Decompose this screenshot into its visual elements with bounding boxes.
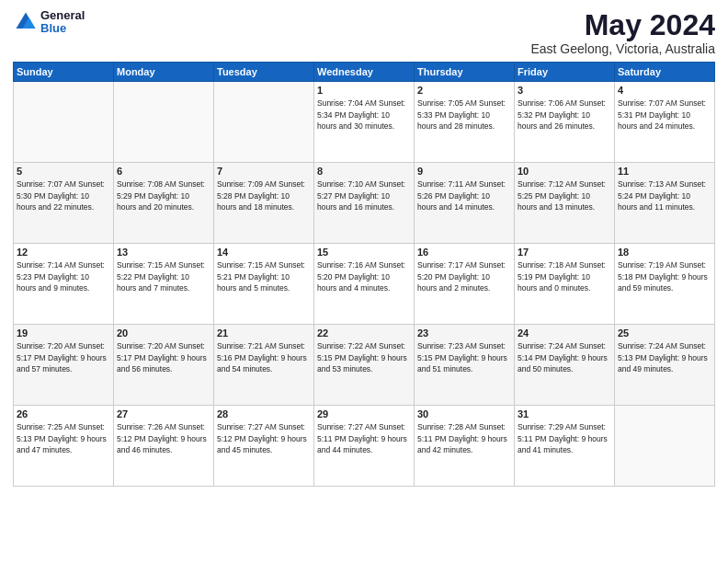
cell-text: Sunrise: 7:09 AM Sunset: 5:28 PM Dayligh… (217, 178, 311, 213)
cell-text: Sunrise: 7:23 AM Sunset: 5:15 PM Dayligh… (417, 340, 511, 374)
day-number: 8 (317, 166, 411, 177)
day-number: 10 (518, 166, 611, 177)
day-number: 4 (618, 85, 711, 96)
calendar-week: 5Sunrise: 7:07 AM Sunset: 5:30 PM Daylig… (14, 163, 715, 244)
calendar-cell: 11Sunrise: 7:13 AM Sunset: 5:24 PM Dayli… (615, 163, 715, 244)
day-number: 2 (417, 85, 511, 96)
cell-text: Sunrise: 7:15 AM Sunset: 5:21 PM Dayligh… (217, 259, 311, 293)
calendar-week: 26Sunrise: 7:25 AM Sunset: 5:13 PM Dayli… (14, 406, 715, 487)
calendar-cell: 19Sunrise: 7:20 AM Sunset: 5:17 PM Dayli… (14, 325, 114, 406)
day-number: 25 (618, 327, 711, 339)
cell-text: Sunrise: 7:10 AM Sunset: 5:27 PM Dayligh… (317, 178, 411, 213)
cell-text: Sunrise: 7:24 AM Sunset: 5:13 PM Dayligh… (618, 340, 711, 374)
calendar-cell: 25Sunrise: 7:24 AM Sunset: 5:13 PM Dayli… (615, 325, 715, 406)
cell-text: Sunrise: 7:17 AM Sunset: 5:20 PM Dayligh… (417, 259, 511, 293)
weekday-header: Saturday (615, 63, 715, 82)
cell-text: Sunrise: 7:13 AM Sunset: 5:24 PM Dayligh… (618, 178, 711, 213)
day-number: 14 (217, 247, 311, 258)
cell-text: Sunrise: 7:12 AM Sunset: 5:25 PM Dayligh… (518, 178, 611, 213)
day-number: 30 (417, 408, 511, 419)
weekday-header: Tuesday (214, 63, 314, 82)
calendar-body: 1Sunrise: 7:04 AM Sunset: 5:34 PM Daylig… (14, 82, 715, 487)
cell-text: Sunrise: 7:16 AM Sunset: 5:20 PM Dayligh… (317, 259, 411, 293)
calendar-cell: 13Sunrise: 7:15 AM Sunset: 5:22 PM Dayli… (114, 244, 214, 325)
location: East Geelong, Victoria, Australia (530, 41, 715, 56)
day-number: 5 (17, 166, 110, 177)
calendar-cell (214, 82, 314, 163)
cell-text: Sunrise: 7:21 AM Sunset: 5:16 PM Dayligh… (217, 340, 311, 374)
day-number: 17 (518, 247, 611, 258)
cell-text: Sunrise: 7:05 AM Sunset: 5:33 PM Dayligh… (417, 98, 511, 132)
day-number: 21 (217, 327, 311, 339)
day-number: 27 (117, 408, 210, 419)
cell-text: Sunrise: 7:24 AM Sunset: 5:14 PM Dayligh… (518, 340, 611, 374)
calendar-week: 12Sunrise: 7:14 AM Sunset: 5:23 PM Dayli… (14, 244, 715, 325)
calendar-week: 1Sunrise: 7:04 AM Sunset: 5:34 PM Daylig… (14, 82, 715, 163)
calendar-header: SundayMondayTuesdayWednesdayThursdayFrid… (14, 63, 715, 82)
weekday-header: Thursday (415, 63, 515, 82)
calendar-cell: 23Sunrise: 7:23 AM Sunset: 5:15 PM Dayli… (415, 325, 515, 406)
cell-text: Sunrise: 7:29 AM Sunset: 5:11 PM Dayligh… (518, 421, 611, 455)
cell-text: Sunrise: 7:20 AM Sunset: 5:17 PM Dayligh… (117, 340, 210, 374)
logo: General Blue (13, 9, 85, 36)
calendar-cell: 24Sunrise: 7:24 AM Sunset: 5:14 PM Dayli… (515, 325, 615, 406)
calendar-cell: 20Sunrise: 7:20 AM Sunset: 5:17 PM Dayli… (114, 325, 214, 406)
day-number: 7 (217, 166, 311, 177)
calendar-cell: 3Sunrise: 7:06 AM Sunset: 5:32 PM Daylig… (515, 82, 615, 163)
logo-text: General Blue (40, 9, 85, 36)
calendar-cell: 2Sunrise: 7:05 AM Sunset: 5:33 PM Daylig… (415, 82, 515, 163)
header: General Blue May 2024 East Geelong, Vict… (13, 9, 715, 56)
calendar-cell: 22Sunrise: 7:22 AM Sunset: 5:15 PM Dayli… (314, 325, 415, 406)
calendar-cell (114, 82, 214, 163)
calendar-cell: 17Sunrise: 7:18 AM Sunset: 5:19 PM Dayli… (515, 244, 615, 325)
calendar: SundayMondayTuesdayWednesdayThursdayFrid… (13, 62, 715, 487)
day-number: 28 (217, 408, 311, 419)
cell-text: Sunrise: 7:26 AM Sunset: 5:12 PM Dayligh… (117, 421, 210, 455)
cell-text: Sunrise: 7:19 AM Sunset: 5:18 PM Dayligh… (618, 259, 711, 293)
calendar-cell: 4Sunrise: 7:07 AM Sunset: 5:31 PM Daylig… (615, 82, 715, 163)
calendar-week: 19Sunrise: 7:20 AM Sunset: 5:17 PM Dayli… (14, 325, 715, 406)
day-number: 11 (618, 166, 711, 177)
calendar-cell: 14Sunrise: 7:15 AM Sunset: 5:21 PM Dayli… (214, 244, 314, 325)
day-number: 31 (518, 408, 611, 419)
cell-text: Sunrise: 7:20 AM Sunset: 5:17 PM Dayligh… (17, 340, 110, 374)
weekday-row: SundayMondayTuesdayWednesdayThursdayFrid… (14, 63, 715, 82)
calendar-cell: 29Sunrise: 7:27 AM Sunset: 5:11 PM Dayli… (314, 406, 415, 487)
logo-general: General (40, 9, 85, 22)
day-number: 24 (518, 327, 611, 339)
weekday-header: Friday (515, 63, 615, 82)
day-number: 19 (17, 327, 110, 339)
cell-text: Sunrise: 7:27 AM Sunset: 5:12 PM Dayligh… (217, 421, 311, 455)
calendar-cell: 5Sunrise: 7:07 AM Sunset: 5:30 PM Daylig… (14, 163, 114, 244)
calendar-cell: 1Sunrise: 7:04 AM Sunset: 5:34 PM Daylig… (314, 82, 415, 163)
calendar-cell: 16Sunrise: 7:17 AM Sunset: 5:20 PM Dayli… (415, 244, 515, 325)
logo-icon (13, 9, 39, 35)
cell-text: Sunrise: 7:22 AM Sunset: 5:15 PM Dayligh… (317, 340, 411, 374)
day-number: 29 (317, 408, 411, 419)
cell-text: Sunrise: 7:06 AM Sunset: 5:32 PM Dayligh… (518, 98, 611, 132)
day-number: 20 (117, 327, 210, 339)
cell-text: Sunrise: 7:25 AM Sunset: 5:13 PM Dayligh… (17, 421, 110, 455)
calendar-cell: 7Sunrise: 7:09 AM Sunset: 5:28 PM Daylig… (214, 163, 314, 244)
day-number: 13 (117, 247, 210, 258)
calendar-cell: 12Sunrise: 7:14 AM Sunset: 5:23 PM Dayli… (14, 244, 114, 325)
cell-text: Sunrise: 7:28 AM Sunset: 5:11 PM Dayligh… (417, 421, 511, 455)
day-number: 23 (417, 327, 511, 339)
day-number: 12 (17, 247, 110, 258)
calendar-cell: 15Sunrise: 7:16 AM Sunset: 5:20 PM Dayli… (314, 244, 415, 325)
cell-text: Sunrise: 7:08 AM Sunset: 5:29 PM Dayligh… (117, 178, 210, 213)
calendar-cell: 30Sunrise: 7:28 AM Sunset: 5:11 PM Dayli… (415, 406, 515, 487)
day-number: 22 (317, 327, 411, 339)
day-number: 26 (17, 408, 110, 419)
calendar-cell: 21Sunrise: 7:21 AM Sunset: 5:16 PM Dayli… (214, 325, 314, 406)
weekday-header: Monday (114, 63, 214, 82)
calendar-cell: 8Sunrise: 7:10 AM Sunset: 5:27 PM Daylig… (314, 163, 415, 244)
calendar-cell: 6Sunrise: 7:08 AM Sunset: 5:29 PM Daylig… (114, 163, 214, 244)
calendar-cell (14, 82, 114, 163)
cell-text: Sunrise: 7:07 AM Sunset: 5:31 PM Dayligh… (618, 98, 711, 132)
weekday-header: Sunday (14, 63, 114, 82)
cell-text: Sunrise: 7:27 AM Sunset: 5:11 PM Dayligh… (317, 421, 411, 455)
title-block: May 2024 East Geelong, Victoria, Austral… (530, 9, 715, 56)
calendar-cell: 10Sunrise: 7:12 AM Sunset: 5:25 PM Dayli… (515, 163, 615, 244)
day-number: 15 (317, 247, 411, 258)
